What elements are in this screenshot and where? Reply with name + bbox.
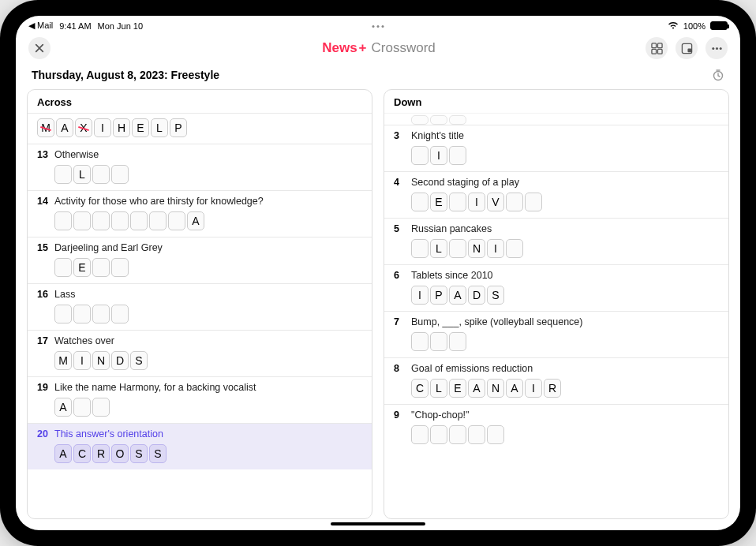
answer-cell[interactable] bbox=[449, 146, 466, 165]
answer-cell[interactable]: H bbox=[113, 118, 130, 137]
answer-cell[interactable] bbox=[430, 115, 447, 125]
answer-cell[interactable] bbox=[54, 305, 72, 323]
answer-cell[interactable]: A bbox=[187, 211, 204, 230]
answer-cell[interactable]: E bbox=[430, 193, 447, 211]
answer-cell[interactable]: E bbox=[73, 258, 91, 277]
grid-view-button[interactable] bbox=[646, 37, 668, 59]
clue-block[interactable]: 13OtherwiseL bbox=[28, 144, 372, 190]
clue-block[interactable]: 5Russian pancakesLNI bbox=[384, 218, 728, 264]
answer-cell[interactable]: C bbox=[411, 379, 429, 398]
answer-cell[interactable] bbox=[411, 193, 429, 211]
answer-cell[interactable] bbox=[449, 193, 466, 211]
answer-cell[interactable] bbox=[430, 425, 447, 444]
answer-cell[interactable] bbox=[411, 332, 429, 351]
answer-cell[interactable]: N bbox=[468, 239, 485, 258]
clue-block[interactable]: 3Knight's titleI bbox=[384, 125, 728, 171]
answer-cell[interactable] bbox=[111, 258, 129, 277]
answer-cell[interactable]: A bbox=[468, 379, 485, 398]
clue-block[interactable]: MAXIHELP bbox=[28, 113, 372, 144]
answer-cell[interactable]: L bbox=[73, 165, 91, 184]
answer-cell[interactable]: I bbox=[487, 239, 504, 258]
down-body[interactable]: 3Knight's titleI4Second staging of a pla… bbox=[384, 113, 728, 518]
answer-cell[interactable]: A bbox=[54, 444, 72, 463]
answer-cell[interactable]: P bbox=[170, 118, 187, 137]
answer-cell[interactable]: A bbox=[54, 398, 72, 417]
answer-cell[interactable]: I bbox=[73, 351, 91, 370]
back-to-app[interactable]: ◀ Mail bbox=[28, 21, 53, 31]
answer-cell[interactable]: E bbox=[449, 379, 466, 398]
clue-block[interactable]: 8Goal of emissions reductionCLEANAIR bbox=[384, 357, 728, 404]
answer-cell[interactable]: I bbox=[525, 379, 542, 398]
answer-cell[interactable] bbox=[449, 239, 466, 258]
answer-cell[interactable] bbox=[449, 425, 466, 444]
answer-cell[interactable]: I bbox=[94, 118, 111, 137]
answer-cell[interactable] bbox=[525, 193, 542, 211]
answer-cell[interactable]: L bbox=[151, 118, 168, 137]
answer-cell[interactable]: S bbox=[487, 286, 504, 305]
answer-cell[interactable]: P bbox=[430, 286, 447, 305]
answer-cell[interactable]: I bbox=[468, 193, 485, 211]
answer-cell[interactable] bbox=[411, 425, 429, 444]
answer-cell[interactable]: E bbox=[132, 118, 149, 137]
answer-cell[interactable] bbox=[92, 398, 110, 417]
answer-cell[interactable] bbox=[111, 165, 129, 184]
answer-cell[interactable] bbox=[449, 332, 466, 351]
answer-cell[interactable] bbox=[111, 305, 129, 323]
answer-cell[interactable]: R bbox=[92, 444, 110, 463]
answer-cell[interactable] bbox=[411, 239, 429, 258]
answer-cell[interactable]: N bbox=[92, 351, 110, 370]
answer-cell[interactable] bbox=[449, 115, 466, 125]
clue-block[interactable]: 20This answer's orientationACROSS bbox=[28, 423, 372, 469]
answer-cell[interactable] bbox=[506, 239, 523, 258]
answer-cell[interactable]: A bbox=[449, 286, 466, 305]
answer-cell[interactable]: A bbox=[56, 118, 73, 137]
answer-cell[interactable] bbox=[73, 305, 91, 323]
multitask-dots[interactable] bbox=[372, 25, 384, 28]
clue-block[interactable]: 7Bump, ___, spike (volleyball sequence) bbox=[384, 311, 728, 357]
answer-cell[interactable] bbox=[411, 146, 429, 165]
answer-cell[interactable] bbox=[54, 258, 72, 277]
answer-cell[interactable]: R bbox=[544, 379, 561, 398]
close-button[interactable] bbox=[28, 37, 51, 59]
answer-cell[interactable]: X bbox=[75, 118, 92, 137]
clue-block[interactable]: 14Activity for those who are thirsty for… bbox=[28, 190, 372, 237]
answer-cell[interactable]: I bbox=[430, 146, 447, 165]
answer-cell[interactable]: M bbox=[54, 351, 72, 370]
answer-cell[interactable] bbox=[92, 258, 110, 277]
layout-button[interactable] bbox=[676, 37, 698, 59]
answer-cell[interactable]: L bbox=[430, 239, 447, 258]
answer-cell[interactable] bbox=[73, 211, 91, 230]
answer-cell[interactable]: S bbox=[130, 351, 148, 370]
answer-cell[interactable] bbox=[92, 305, 110, 323]
answer-cell[interactable]: I bbox=[411, 286, 429, 305]
answer-cell[interactable]: O bbox=[111, 444, 129, 463]
answer-cell[interactable] bbox=[487, 425, 504, 444]
answer-cell[interactable]: A bbox=[506, 379, 523, 398]
answer-cell[interactable] bbox=[54, 165, 72, 184]
answer-cell[interactable] bbox=[73, 398, 91, 417]
answer-cell[interactable] bbox=[149, 211, 167, 230]
answer-cell[interactable] bbox=[430, 332, 447, 351]
answer-cell[interactable]: D bbox=[111, 351, 129, 370]
home-indicator[interactable] bbox=[331, 522, 425, 525]
clue-block[interactable]: 9"Chop-chop!" bbox=[384, 404, 728, 451]
answer-cell[interactable]: V bbox=[487, 193, 504, 211]
clue-block[interactable]: 16Lass bbox=[28, 283, 372, 330]
answer-cell[interactable]: S bbox=[130, 444, 148, 463]
answer-cell[interactable] bbox=[111, 211, 129, 230]
answer-cell[interactable] bbox=[411, 115, 429, 125]
answer-cell[interactable] bbox=[92, 211, 110, 230]
clue-block[interactable]: 15Darjeeling and Earl GreyE bbox=[28, 237, 372, 283]
clue-block[interactable]: 4Second staging of a playEIV bbox=[384, 171, 728, 218]
clue-block[interactable]: 19Like the name Harmony, for a backing v… bbox=[28, 376, 372, 423]
answer-cell[interactable]: N bbox=[487, 379, 504, 398]
answer-cell[interactable] bbox=[92, 165, 110, 184]
timer-button[interactable] bbox=[712, 69, 724, 81]
across-body[interactable]: MAXIHELP13OtherwiseL14Activity for those… bbox=[28, 113, 372, 518]
answer-cell[interactable] bbox=[54, 211, 72, 230]
answer-cell[interactable]: L bbox=[430, 379, 447, 398]
answer-cell[interactable] bbox=[468, 425, 485, 444]
answer-cell[interactable] bbox=[506, 193, 523, 211]
answer-cell[interactable]: D bbox=[468, 286, 485, 305]
answer-cell[interactable]: S bbox=[149, 444, 167, 463]
